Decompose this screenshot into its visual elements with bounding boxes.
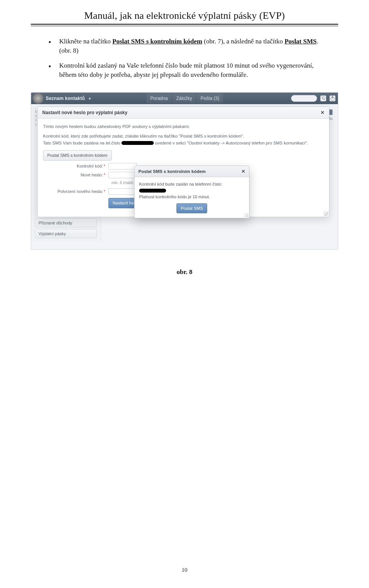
app-emblem-icon [33, 93, 43, 104]
required-asterisk-icon: * [104, 164, 105, 168]
popup-line-2: Platnost kontrolního kódu je 10 minut. [139, 194, 244, 200]
top-nav: Poradna Záložky Pošta (3) [146, 93, 223, 104]
redacted-phone-icon [139, 189, 166, 193]
search-input[interactable] [291, 95, 317, 102]
label-code: Kontrolní kód:* [43, 163, 108, 169]
sidebar-item-duchody[interactable]: Přiznané důchody [35, 218, 97, 228]
modal-title: Nastavit nové heslo pro výplatní pásky [42, 110, 127, 115]
required-asterisk-icon: * [104, 189, 105, 194]
link-poslat-sms: Poslat SMS [284, 38, 317, 45]
modal-paragraph-1: Tímto novým heslem budou zaheslovány PDF… [43, 123, 324, 130]
nav-zalozky[interactable]: Záložky [172, 93, 196, 103]
modal-paragraph-2: Kontrolní kód, který zde potřebujete zad… [43, 133, 324, 146]
resize-handle-icon[interactable] [324, 211, 328, 216]
body-text: Klikněte na tlačítko Poslat SMS s kontro… [31, 37, 338, 80]
redacted-phone-icon [121, 141, 154, 145]
label-new-password: Nové heslo:* [43, 172, 108, 178]
power-icon[interactable] [329, 95, 336, 101]
figure-caption: obr. 8 [31, 268, 338, 276]
page-number: 10 [0, 567, 369, 573]
title-rule-bottom [31, 26, 338, 26]
link-poslat-sms-kod: Poslat SMS s kontrolním kódem [112, 38, 202, 45]
breadcrumb[interactable]: Seznam kontaktů▾ [46, 96, 91, 101]
send-sms-button[interactable]: Poslat SMS [176, 203, 207, 214]
bullet-2: Kontrolní kód zaslaný na Vaše telefonní … [48, 61, 330, 80]
required-asterisk-icon: * [104, 173, 105, 177]
code-input[interactable] [108, 163, 137, 169]
search-icon[interactable] [320, 95, 326, 101]
resize-handle-icon[interactable] [244, 213, 248, 217]
nav-posta[interactable]: Pošta (3) [197, 93, 223, 103]
app-topbar: Seznam kontaktů▾ Poradna Záložky Pošta (… [31, 93, 338, 104]
chevron-down-icon: ▾ [89, 96, 91, 101]
nav-poradna[interactable]: Poradna [146, 93, 171, 103]
embedded-screenshot: Seznam kontaktů▾ Poradna Záložky Pošta (… [31, 92, 338, 250]
popup-line-1: Kontrolní kód bude zaslán na telefonní č… [139, 181, 244, 194]
popup-send-sms: Poslat SMS s kontrolním kódem ✕ Kontroln… [134, 166, 249, 218]
close-icon[interactable]: ✕ [321, 110, 324, 115]
bullet-1: Klikněte na tlačítko Poslat SMS s kontro… [48, 37, 330, 56]
document-title: Manuál, jak na elektronické výplatní pás… [31, 10, 338, 22]
close-icon[interactable]: ✕ [241, 169, 245, 174]
sidebar-item-vyplatni-pasky[interactable]: Výplatní pásky [35, 229, 97, 238]
confirm-password-input[interactable] [108, 188, 137, 195]
send-sms-code-button[interactable]: Poslat SMS s kontrolním kódem [43, 150, 112, 161]
popup-title: Poslat SMS s kontrolním kódem [138, 169, 206, 174]
new-password-input[interactable] [108, 172, 137, 178]
label-confirm-password: Potvrzení nového hesla:* [43, 188, 108, 195]
title-rule-top [31, 24, 338, 25]
